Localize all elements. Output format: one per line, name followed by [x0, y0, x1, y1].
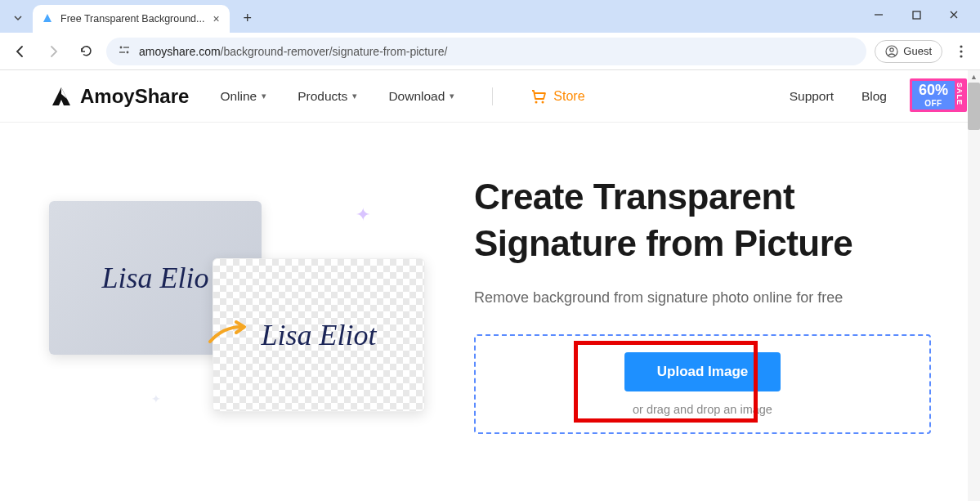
upload-hint-text: or drag and drop an image: [633, 403, 772, 416]
window-controls: [867, 3, 973, 26]
svg-point-2: [120, 46, 123, 48]
svg-point-8: [960, 45, 962, 47]
nav-divider: [492, 87, 493, 105]
hero-section: ✦ ✦ Lisa Elio Lisa Eliot Create Transpar…: [0, 123, 980, 467]
nav-support[interactable]: Support: [790, 89, 834, 104]
svg-rect-1: [913, 11, 920, 19]
sale-badge[interactable]: 60% OFF SALE: [910, 78, 967, 112]
sparkle-icon: ✦: [356, 204, 370, 226]
curve-arrow-icon: [208, 320, 249, 345]
annotation-arrow-icon: [419, 464, 599, 467]
sparkle-icon: ✦: [151, 392, 161, 405]
forward-button[interactable]: [41, 39, 65, 64]
signature-sample-text: Lisa Eliot: [261, 318, 376, 352]
hero-content: Create Transparent Signature from Pictur…: [474, 163, 931, 434]
minimize-button[interactable]: [867, 3, 890, 26]
scroll-up-button[interactable]: ▲: [968, 70, 980, 83]
tab-favicon-icon: [41, 12, 54, 25]
brand-name: AmoyShare: [80, 85, 189, 108]
svg-point-4: [127, 51, 129, 53]
brand-logo[interactable]: AmoyShare: [49, 85, 189, 108]
browser-tab-strip: Free Transparent Background... × +: [0, 0, 980, 33]
upload-dropzone[interactable]: Upload Image or drag and drop an image: [474, 334, 931, 434]
page-headline: Create Transparent Signature from Pictur…: [474, 173, 931, 266]
signature-sample-text: Lisa Elio: [101, 261, 208, 295]
hero-illustration: ✦ ✦ Lisa Elio Lisa Eliot: [49, 163, 441, 433]
profile-button[interactable]: Guest: [875, 40, 942, 63]
site-header: AmoyShare Online ▾ Products ▾ Download ▾…: [0, 70, 980, 123]
scrollbar-thumb[interactable]: [968, 83, 980, 130]
browser-toolbar: amoyshare.com/background-remover/signatu…: [0, 33, 980, 70]
chevron-down-icon: ▾: [262, 91, 266, 101]
browser-menu-button[interactable]: [951, 45, 972, 58]
svg-point-9: [960, 50, 962, 52]
address-bar[interactable]: amoyshare.com/background-remover/signatu…: [106, 38, 866, 65]
guest-label: Guest: [903, 45, 932, 57]
chevron-down-icon: ▾: [450, 91, 454, 101]
nav-products[interactable]: Products ▾: [298, 89, 357, 104]
tab-close-button[interactable]: ×: [211, 11, 221, 27]
logo-icon: [49, 86, 74, 107]
url-text: amoyshare.com/background-remover/signatu…: [139, 45, 447, 58]
cart-icon: [530, 89, 547, 104]
svg-point-12: [542, 101, 544, 103]
page-subhead: Remove background from signature photo o…: [474, 286, 931, 310]
upload-image-button[interactable]: Upload Image: [624, 352, 781, 391]
nav-blog[interactable]: Blog: [861, 89, 887, 104]
page-scrollbar[interactable]: ▲: [968, 70, 980, 467]
sale-off-label: OFF: [919, 99, 948, 108]
close-window-button[interactable]: [942, 3, 965, 26]
reload-button[interactable]: [74, 39, 98, 64]
tabs-dropdown-button[interactable]: [7, 7, 29, 29]
svg-point-10: [960, 55, 962, 57]
nav-online[interactable]: Online ▾: [220, 89, 266, 104]
nav-store[interactable]: Store: [530, 89, 584, 104]
nav-download[interactable]: Download ▾: [388, 89, 454, 104]
new-tab-button[interactable]: +: [236, 7, 259, 29]
tab-title: Free Transparent Background...: [60, 13, 204, 25]
svg-point-7: [890, 47, 893, 51]
sale-side-label: SALE: [955, 81, 964, 110]
chevron-down-icon: ▾: [352, 91, 357, 101]
site-settings-icon[interactable]: [118, 44, 131, 59]
guest-icon: [885, 45, 898, 58]
svg-point-11: [535, 101, 538, 103]
back-button[interactable]: [8, 39, 33, 64]
maximize-button[interactable]: [905, 3, 928, 26]
browser-tab[interactable]: Free Transparent Background... ×: [33, 5, 230, 33]
sale-percent: 60%: [919, 83, 948, 99]
